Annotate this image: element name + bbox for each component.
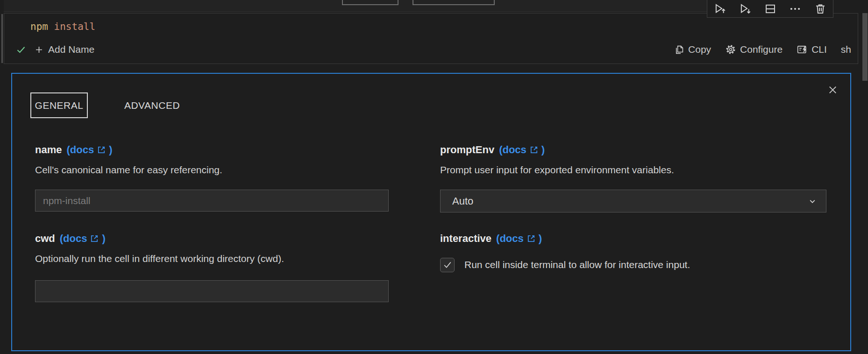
configure-label: Configure [740, 44, 783, 55]
configure-button[interactable]: Configure [725, 44, 783, 55]
docs-link-text: ) [541, 144, 545, 156]
plus-icon [34, 44, 44, 55]
more-actions-button[interactable] [789, 2, 802, 15]
tab-label: ADVANCED [124, 100, 180, 111]
close-button[interactable] [826, 83, 839, 96]
cli-label: CLI [811, 44, 827, 55]
copy-label: Copy [688, 44, 711, 55]
external-link-icon [96, 145, 107, 155]
cwd-input[interactable] [35, 280, 389, 302]
external-link-icon [526, 234, 536, 244]
run-below-icon [739, 3, 751, 15]
editor-scrollbar-thumb[interactable] [862, 13, 868, 81]
field-label-cwd: cwd (docs ) [35, 233, 106, 245]
field-label-interactive: interactive (docs ) [440, 233, 542, 245]
field-name: cwd [35, 233, 55, 245]
field-label-promptenv: promptEnv (docs ) [440, 144, 545, 156]
docs-link[interactable]: (docs ) [66, 144, 112, 156]
name-input[interactable] [35, 190, 389, 212]
field-description: Cell's canonical name for easy referenci… [35, 164, 222, 176]
docs-link[interactable]: (docs ) [496, 233, 542, 245]
field-name: interactive [440, 233, 491, 245]
delete-cell-button[interactable] [814, 2, 827, 15]
docs-link-text: (docs [496, 233, 524, 245]
code-token: npm [30, 21, 48, 32]
interactive-label: Run cell inside terminal to allow for in… [464, 259, 690, 270]
run-above-button[interactable] [713, 2, 726, 15]
docs-link-text: ) [109, 144, 112, 156]
field-label-name: name (docs ) [35, 144, 113, 156]
code-editor[interactable]: npm install [30, 21, 95, 32]
cli-button[interactable]: CLI [797, 44, 827, 55]
docs-link-text: (docs [66, 144, 94, 156]
cutoff-button[interactable] [342, 0, 398, 5]
cell-focus-bar [1, 14, 3, 63]
split-cell-button[interactable] [764, 2, 777, 15]
language-label: sh [841, 44, 851, 55]
success-check-icon [15, 44, 27, 55]
previous-cell-strip [4, 0, 707, 12]
cutoff-button[interactable] [413, 0, 495, 5]
tab-general[interactable]: GENERAL [30, 92, 88, 118]
external-link-icon [529, 145, 539, 155]
tab-label: GENERAL [35, 100, 84, 111]
more-actions-icon [789, 3, 801, 15]
code-token: install [48, 21, 95, 32]
cli-icon [797, 44, 808, 55]
split-cell-icon [764, 3, 776, 15]
docs-link-text: (docs [499, 144, 526, 156]
docs-link[interactable]: (docs ) [499, 144, 545, 156]
close-icon [826, 84, 839, 96]
cell-toolbar [707, 0, 833, 18]
copy-button[interactable]: Copy [674, 44, 711, 55]
interactive-checkbox[interactable] [440, 258, 455, 272]
chevron-down-icon [807, 196, 818, 206]
checkbox-check-icon [442, 259, 453, 270]
interactive-row: Run cell inside terminal to allow for in… [440, 257, 690, 273]
copy-icon [674, 44, 684, 55]
run-below-button[interactable] [739, 2, 752, 15]
language-badge[interactable]: sh [841, 44, 851, 55]
tab-advanced[interactable]: ADVANCED [118, 92, 186, 118]
cell-configure-dialog: GENERAL ADVANCED name (docs ) Cell's can… [11, 73, 851, 351]
field-name: name [35, 144, 62, 156]
select-value: Auto [452, 195, 473, 207]
field-description: Optionally run the cell in different wor… [35, 253, 284, 264]
promptenv-select[interactable]: Auto [440, 190, 826, 212]
field-name: promptEnv [440, 144, 494, 156]
external-link-icon [89, 234, 100, 244]
cell-status-bar: Add Name Copy Configure [15, 40, 851, 59]
add-name-button[interactable]: Add Name [34, 44, 94, 55]
gear-icon [725, 44, 736, 55]
notebook-screen: npm install Add Name Copy [0, 0, 868, 354]
docs-link-text: ) [102, 233, 105, 245]
add-name-label: Add Name [48, 44, 94, 55]
docs-link[interactable]: (docs ) [60, 233, 106, 245]
notebook-cell: npm install Add Name Copy [4, 13, 858, 64]
delete-cell-icon [814, 3, 826, 15]
field-description: Prompt user input for exported environme… [440, 164, 674, 176]
docs-link-text: (docs [60, 233, 87, 245]
docs-link-text: ) [539, 233, 542, 245]
run-above-icon [714, 3, 726, 15]
